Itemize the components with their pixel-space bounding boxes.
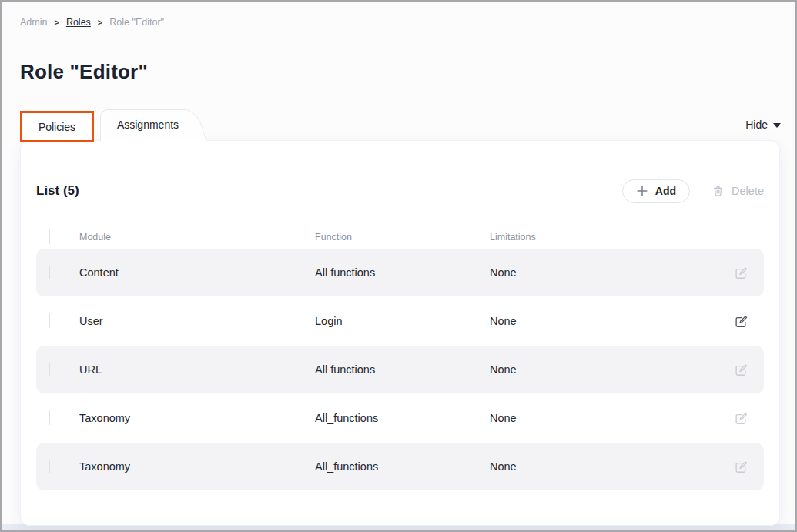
- edit-icon[interactable]: [730, 363, 752, 377]
- cell-function: All_functions: [315, 412, 490, 424]
- table-row: URL All functions None: [36, 346, 764, 393]
- row-checkbox[interactable]: [49, 410, 50, 425]
- edit-icon[interactable]: [730, 314, 752, 329]
- cell-limitations: None: [490, 266, 730, 279]
- row-checkbox[interactable]: [49, 265, 50, 279]
- cell-limitations: None: [490, 315, 730, 327]
- caret-down-icon: [773, 123, 781, 128]
- table-row: Taxonomy All_functions None: [36, 394, 764, 442]
- edit-icon[interactable]: [730, 460, 752, 474]
- breadcrumb-admin[interactable]: Admin: [20, 17, 47, 28]
- delete-button-label: Delete: [732, 185, 764, 197]
- breadcrumb: Admin > Roles > Role "Editor": [20, 17, 164, 28]
- tab-policies[interactable]: Policies: [20, 111, 94, 142]
- breadcrumb-separator: >: [54, 18, 59, 27]
- trash-icon: [712, 184, 725, 198]
- cell-function: All functions: [315, 363, 490, 376]
- column-header-limitations: Limitations: [490, 232, 730, 243]
- cell-module: Content: [79, 266, 315, 279]
- table-header: Module Function Limitations: [36, 226, 764, 249]
- divider: [36, 219, 764, 219]
- tab-assignments[interactable]: Assignments: [100, 109, 208, 140]
- cell-limitations: None: [490, 363, 730, 376]
- policies-panel: List (5) Add: [20, 140, 780, 526]
- list-actions: Add Delete: [622, 179, 764, 203]
- add-button[interactable]: Add: [622, 179, 690, 203]
- table-row: Taxonomy All_functions None: [36, 443, 764, 490]
- app-window: Admin > Roles > Role "Editor" Role "Edit…: [0, 0, 797, 532]
- delete-button[interactable]: Delete: [712, 184, 764, 198]
- cell-module: URL: [79, 363, 315, 376]
- edit-icon[interactable]: [730, 411, 752, 426]
- tab-policies-label: Policies: [39, 121, 75, 133]
- cell-function: All_functions: [315, 460, 490, 473]
- list-header: List (5) Add: [36, 179, 764, 202]
- tabs: Policies Assignments Hide: [20, 109, 781, 140]
- edit-icon[interactable]: [730, 266, 752, 280]
- breadcrumb-separator: >: [98, 18, 102, 27]
- page-title: Role "Editor": [20, 60, 148, 84]
- row-checkbox[interactable]: [49, 362, 50, 376]
- row-checkbox[interactable]: [49, 313, 50, 328]
- cell-module: Taxonomy: [79, 412, 315, 424]
- add-button-label: Add: [655, 185, 676, 197]
- cell-module: Taxonomy: [79, 460, 315, 473]
- plus-icon: [636, 185, 648, 197]
- breadcrumb-roles-link[interactable]: Roles: [66, 17, 91, 28]
- tab-assignments-label: Assignments: [100, 109, 196, 140]
- hide-label: Hide: [745, 119, 768, 131]
- breadcrumb-current: Role "Editor": [109, 17, 164, 28]
- column-header-module: Module: [79, 232, 315, 243]
- cell-function: All functions: [315, 266, 490, 279]
- cell-limitations: None: [490, 412, 730, 424]
- column-header-function: Function: [315, 232, 490, 243]
- cell-function: Login: [315, 315, 490, 327]
- select-all-checkbox[interactable]: [49, 229, 50, 244]
- row-checkbox[interactable]: [49, 459, 50, 473]
- cell-module: User: [79, 315, 315, 327]
- table-row: User Login None: [36, 297, 764, 345]
- hide-toggle[interactable]: Hide: [745, 119, 781, 131]
- cell-limitations: None: [490, 460, 730, 473]
- list-title: List (5): [36, 183, 79, 199]
- table-row: Content All functions None: [36, 249, 764, 296]
